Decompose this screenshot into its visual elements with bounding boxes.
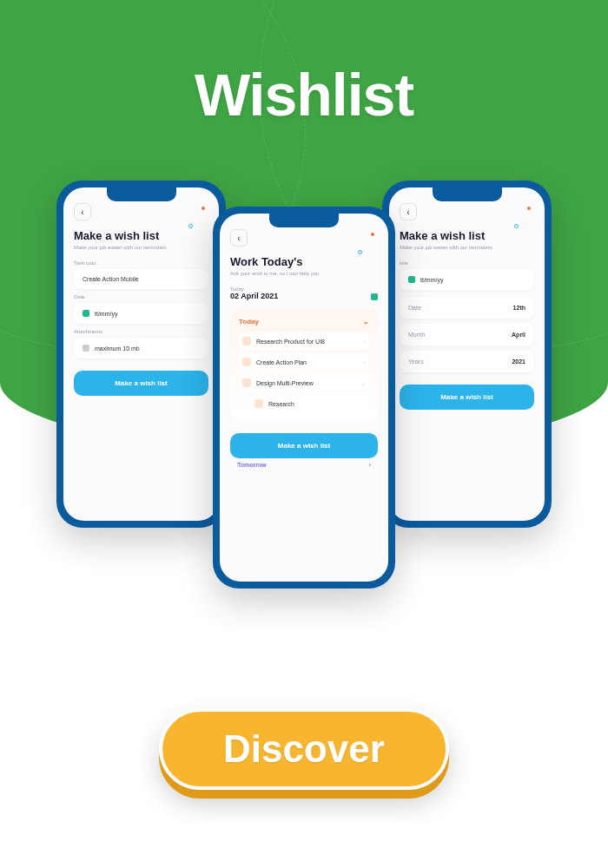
subtask-label: Research xyxy=(268,401,294,407)
make-wish-list-button[interactable]: Make a wish list xyxy=(400,385,534,410)
task-row[interactable]: Design Multi-Preview ⌄ xyxy=(239,374,369,391)
attachments-label: Attachments xyxy=(74,329,208,334)
screen-title: Make a wish list xyxy=(74,229,208,242)
chevron-right-icon: › xyxy=(369,462,371,468)
date-label: Date xyxy=(74,294,208,299)
task-todo-input[interactable]: Create Action Mobile xyxy=(74,269,208,289)
phone-screen-center: ‹ Work Today's Ask your wish to me, so I… xyxy=(220,214,388,582)
hero-title: Wishlist xyxy=(0,0,608,128)
select-value: 2021 xyxy=(512,358,525,365)
phone-notch xyxy=(433,187,502,201)
chevron-right-icon: › xyxy=(364,359,366,365)
calendar-icon xyxy=(408,276,415,283)
chevron-down-icon: ⌄ xyxy=(363,318,369,326)
select-value: April xyxy=(512,332,525,338)
date-input[interactable]: tt/mm/yy xyxy=(74,303,208,324)
task-row[interactable]: Research Product for UI8 › xyxy=(239,332,369,350)
select-label: Month xyxy=(408,332,425,338)
calendar-icon xyxy=(83,310,89,317)
subtask-row[interactable]: Research xyxy=(251,395,369,412)
select-label: Date xyxy=(408,305,421,311)
chevron-down-icon: ⌄ xyxy=(361,380,366,386)
attachment-icon xyxy=(83,345,89,352)
make-wish-list-button[interactable]: Make a wish list xyxy=(74,371,208,396)
attachments-input[interactable]: maximum 10 mb xyxy=(74,338,208,358)
tomorrow-label: Tomorrow xyxy=(237,462,267,468)
select-value: 12th xyxy=(513,305,525,311)
task-checkbox[interactable] xyxy=(254,399,263,408)
phone-notch xyxy=(107,187,176,201)
task-row[interactable]: Create Action Plan › xyxy=(239,353,369,371)
chevron-right-icon: › xyxy=(364,339,366,344)
screen-subtitle: Make your job easier with our reminders xyxy=(74,245,208,250)
back-button[interactable]: ‹ xyxy=(230,229,248,247)
task-label: Create Action Plan xyxy=(256,359,307,365)
phone-screen-right: ‹ Make a wish list Make your job easier … xyxy=(389,187,545,521)
today-tasks-card: Today ⌄ Research Product for UI8 › Creat… xyxy=(230,309,378,421)
today-date: 02 April 2021 xyxy=(230,292,278,300)
screen-subtitle: Make your job easier with our reminders xyxy=(400,245,534,250)
phone-notch xyxy=(269,214,339,227)
task-label: Research Product for UI8 xyxy=(256,339,325,345)
back-button[interactable]: ‹ xyxy=(400,203,417,220)
phone-mockup-center: ‹ Work Today's Ask your wish to me, so I… xyxy=(213,207,395,589)
tomorrow-section[interactable]: Tomorrow › xyxy=(230,458,378,471)
phones-showcase: ‹ Make a wish list Make your job easier … xyxy=(0,181,608,589)
phone-mockup-right: ‹ Make a wish list Make your job easier … xyxy=(382,181,552,528)
time-value: tt/mm/yy xyxy=(420,277,443,283)
make-wish-list-button[interactable]: Make a wish list xyxy=(230,433,378,458)
time-label: ime xyxy=(400,260,534,266)
task-label: Design Multi-Preview xyxy=(256,380,314,386)
phone-screen-left: ‹ Make a wish list Make your job easier … xyxy=(63,187,219,521)
month-select[interactable]: Month April xyxy=(400,324,534,345)
today-section-header[interactable]: Today ⌄ xyxy=(239,318,369,326)
task-todo-label: Task todo xyxy=(74,260,208,266)
task-todo-value: Create Action Mobile xyxy=(83,276,139,282)
back-button[interactable]: ‹ xyxy=(74,203,91,220)
screen-subtitle: Ask your wish to me, so I can help you xyxy=(230,271,378,276)
task-checkbox[interactable] xyxy=(242,337,251,345)
today-section-label: Today xyxy=(239,318,259,326)
select-label: Years xyxy=(408,358,424,365)
discover-button[interactable]: Discover xyxy=(159,708,449,790)
task-checkbox[interactable] xyxy=(242,378,251,387)
date-select[interactable]: Date 12th xyxy=(400,297,534,319)
phone-mockup-left: ‹ Make a wish list Make your job easier … xyxy=(56,181,226,528)
calendar-icon[interactable] xyxy=(371,293,378,300)
time-input[interactable]: tt/mm/yy xyxy=(400,269,534,290)
screen-title: Make a wish list xyxy=(400,229,534,242)
task-checkbox[interactable] xyxy=(242,358,251,366)
date-value: tt/mm/yy xyxy=(95,311,117,317)
years-select[interactable]: Years 2021 xyxy=(400,351,534,372)
attachments-value: maximum 10 mb xyxy=(95,345,140,352)
screen-title: Work Today's xyxy=(230,255,378,268)
